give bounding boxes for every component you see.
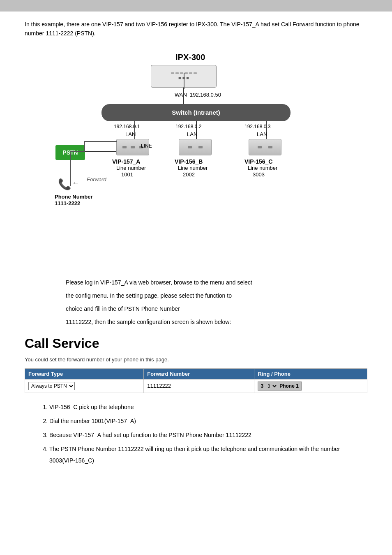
desc-line4: 11112222, then the sample configuration … <box>66 316 367 328</box>
pstn-line <box>85 151 116 152</box>
line-num-3: 3003 <box>253 171 265 178</box>
table-row: Always to PSTN 11112222 3 3 Phone 1 <box>25 379 367 393</box>
wan-line <box>184 73 184 89</box>
forward-arrow: ← <box>72 179 79 187</box>
ring-select[interactable]: 3 <box>265 383 278 389</box>
device-vip156c <box>249 139 281 155</box>
line-pstn-v3 <box>84 141 85 152</box>
forward-number-cell: 11112222 <box>144 379 254 393</box>
phone-number-value: 1111-2222 <box>55 200 80 206</box>
steps-list: VIP-156_C pick up the telephone Dial the… <box>49 401 367 466</box>
wan-label: WAN <box>175 92 187 98</box>
network-diagram: IPX-300 ■ ■ ■ WAN 192.168.0.50 Switch (I… <box>36 51 356 264</box>
ip-label-1: 192.168.0.1 <box>114 124 140 130</box>
col-header-ring-phone: Ring / Phone <box>254 368 367 379</box>
device-name-3: VIP-156_C <box>244 158 272 165</box>
call-service-divider <box>25 353 367 353</box>
step-4: The PSTN Phone Number 11112222 will ring… <box>49 443 367 466</box>
desc-line2: the config menu. In the setting page, pl… <box>66 290 367 301</box>
forward-type-select[interactable]: Always to PSTN <box>28 382 75 390</box>
ipx-label: IPX-300 <box>175 53 205 62</box>
desc-line3: choice and fill in the of PSTN Phone Num… <box>66 303 367 314</box>
ring-number: 3 <box>261 383 263 389</box>
device-vip156b <box>179 139 212 155</box>
call-service-title: Call Service <box>25 336 367 351</box>
ip-label-2: 192.168.0.2 <box>175 124 201 130</box>
line-pstn-v2 <box>70 153 71 160</box>
line-num-2: 2002 <box>183 171 195 178</box>
line-num-label-3a: Line number <box>248 165 277 171</box>
wan-ip: 192.168.0.50 <box>190 92 221 98</box>
main-content: In this example, there are one VIP-157 a… <box>0 12 392 491</box>
ring-phone-badge: 3 3 Phone 1 <box>258 382 301 391</box>
forward-text: Forward <box>87 176 106 183</box>
col-header-forward-type: Forward Type <box>25 368 144 379</box>
top-bar <box>0 0 392 12</box>
phone-label: Phone 1 <box>279 383 299 389</box>
device-name-1: VIP-157_A <box>112 158 140 165</box>
description-section: Please log in VIP-157_A via web browser,… <box>66 277 367 328</box>
line-pstn-h3 <box>84 141 117 142</box>
step-1: VIP-156_C pick up the telephone <box>49 401 367 413</box>
line-num-1: 1001 <box>121 171 133 178</box>
col-header-forward-number: Forward Number <box>144 368 254 379</box>
lan-label-2: LAN <box>187 131 197 137</box>
line-label: LINE <box>141 143 152 149</box>
intro-text: In this example, there are one VIP-157 a… <box>25 20 367 38</box>
call-service-section: Call Service You could set the forward n… <box>25 336 367 393</box>
line-num-label-2a: Line number <box>178 165 208 171</box>
line-pstn-h2 <box>70 151 85 152</box>
desc-line1: Please log in VIP-157_A via web browser,… <box>66 277 367 288</box>
line-router-switch <box>183 88 184 105</box>
lan-label-1: LAN <box>125 131 136 137</box>
step-2: Dial the number 1001(VIP-157_A) <box>49 415 367 427</box>
device-name-2: VIP-156_B <box>175 158 203 165</box>
lan-label-3: LAN <box>257 131 267 137</box>
switch-box: Switch (Intranet) <box>101 104 291 121</box>
step-3: Because VIP-157_A had set up function to… <box>49 429 367 441</box>
line-pstn-phone <box>70 160 71 179</box>
forward-type-cell[interactable]: Always to PSTN <box>25 379 144 393</box>
phone-icon: 📞 <box>58 178 71 191</box>
forward-table: Forward Type Forward Number Ring / Phone… <box>25 368 367 393</box>
call-service-subtitle: You could set the forward number of your… <box>25 356 367 363</box>
ip-label-3: 192.168.0.3 <box>244 124 270 130</box>
ring-phone-cell: 3 3 Phone 1 <box>254 379 367 393</box>
phone-number-label: Phone Number <box>55 194 92 200</box>
line-num-label-1a: Line number <box>116 165 146 171</box>
